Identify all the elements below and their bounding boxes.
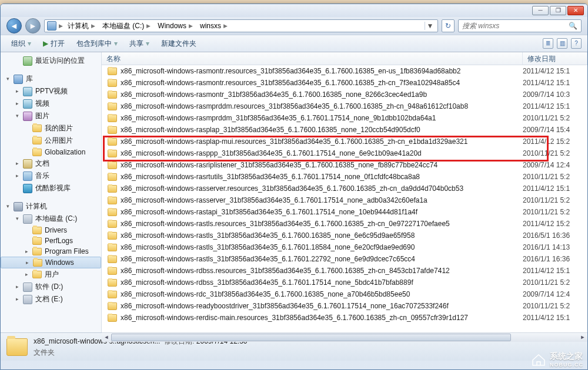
expand-icon[interactable]: ▾ bbox=[15, 113, 20, 119]
file-row[interactable]: x86_microsoft-windows-rasmontr.resources… bbox=[102, 77, 587, 89]
nav-item-programfiles[interactable]: ▸Program Files bbox=[1, 246, 101, 257]
file-row[interactable]: x86_microsoft-windows-rastls_31bf3856ad3… bbox=[102, 253, 587, 265]
expand-icon[interactable] bbox=[24, 228, 29, 233]
chevron-right-icon: ▶ bbox=[59, 23, 63, 29]
file-row[interactable]: x86_microsoft-windows-rastls.resources_3… bbox=[102, 218, 587, 230]
file-row[interactable]: x86_microsoft-windows-rastls_31bf3856ad3… bbox=[102, 241, 587, 253]
view-mode-button[interactable]: ≣ bbox=[543, 38, 553, 49]
nav-item-drivers[interactable]: Drivers bbox=[1, 225, 101, 236]
file-row[interactable]: x86_microsoft-windows-rasmprddm.resource… bbox=[102, 100, 587, 112]
nav-label: PerfLogs bbox=[45, 237, 99, 245]
file-row[interactable]: x86_microsoft-windows-rdbss_31bf3856ad36… bbox=[102, 277, 587, 288]
expand-icon[interactable] bbox=[15, 58, 20, 63]
help-button[interactable]: ? bbox=[571, 38, 582, 49]
nav-item-perflogs[interactable]: PerfLogs bbox=[1, 236, 101, 246]
expand-icon[interactable]: ▾ bbox=[5, 204, 11, 209]
forward-button[interactable]: ► bbox=[25, 18, 41, 33]
expand-icon[interactable]: ▾ bbox=[15, 216, 20, 221]
expand-icon[interactable]: ▸ bbox=[24, 272, 29, 277]
expand-icon[interactable]: ▸ bbox=[15, 161, 20, 166]
organize-button[interactable]: 组织▾ bbox=[6, 37, 36, 51]
nav-item-[interactable]: 优酷影视库 bbox=[1, 182, 101, 194]
file-row[interactable]: x86_microsoft-windows-rasserver.resource… bbox=[102, 183, 587, 194]
new-folder-button[interactable]: 新建文件夹 bbox=[156, 37, 201, 51]
nav-item-[interactable]: ▾库 bbox=[1, 73, 101, 85]
expand-icon[interactable] bbox=[24, 150, 29, 155]
search-input[interactable] bbox=[462, 22, 565, 30]
navigation-pane[interactable]: 最近访问的位置▾库▸PPTV视频▸视频▾图片我的图片公用图片Globalizat… bbox=[1, 52, 102, 332]
expand-icon[interactable]: ▸ bbox=[15, 284, 20, 290]
file-row[interactable]: x86_microsoft-windows-rasmontr_31bf3856a… bbox=[102, 89, 587, 100]
open-button[interactable]: ▶打开 bbox=[38, 37, 69, 51]
nav-item-[interactable]: ▸用户 bbox=[1, 268, 101, 281]
file-row[interactable]: x86_microsoft-windows-rerdisc-main.resou… bbox=[102, 312, 587, 324]
file-row[interactable]: x86_microsoft-windows-rasmprddm_31bf3856… bbox=[102, 112, 587, 124]
nav-item-e[interactable]: ▸文档 (E:) bbox=[1, 293, 101, 305]
expand-icon[interactable]: ▸ bbox=[15, 173, 20, 179]
file-row[interactable]: x86_microsoft-windows-rasplap_31bf3856ad… bbox=[102, 124, 587, 136]
scroll-left-button[interactable]: ◄ bbox=[102, 333, 111, 342]
nav-item-[interactable]: 最近访问的位置 bbox=[1, 55, 101, 67]
nav-item-[interactable]: ▾计算机 bbox=[1, 200, 101, 213]
scrollbar-thumb[interactable] bbox=[111, 334, 511, 341]
nav-item-[interactable]: ▾图片 bbox=[1, 110, 101, 122]
column-name[interactable]: 名称 bbox=[102, 52, 523, 65]
breadcrumb-segment[interactable]: winsxs▶ bbox=[198, 20, 230, 32]
file-row[interactable]: x86_microsoft-windows-rasriplistener_31b… bbox=[102, 159, 587, 171]
breadcrumb-segment[interactable]: 本地磁盘 (C:)▶ bbox=[100, 20, 153, 32]
file-row[interactable]: x86_microsoft-windows-rastapi_31bf3856ad… bbox=[102, 206, 587, 218]
nav-item-[interactable]: ▸音乐 bbox=[1, 170, 101, 182]
file-row[interactable]: x86_microsoft-windows-rasrtutils_31bf385… bbox=[102, 171, 587, 183]
expand-icon[interactable]: ▸ bbox=[15, 89, 20, 94]
nav-label: 用户 bbox=[45, 270, 99, 280]
expand-icon[interactable] bbox=[24, 126, 29, 131]
back-button[interactable]: ◄ bbox=[6, 18, 22, 33]
share-button[interactable]: 共享▾ bbox=[125, 37, 154, 51]
file-list[interactable]: x86_microsoft-windows-rasmontr.resources… bbox=[102, 65, 587, 332]
file-row[interactable]: x86_microsoft-windows-rdbss.resources_31… bbox=[102, 265, 587, 277]
nav-item-windows[interactable]: ▸Windows bbox=[1, 257, 101, 268]
expand-icon[interactable]: ▸ bbox=[15, 101, 20, 106]
minimize-button[interactable]: ─ bbox=[532, 6, 549, 15]
file-row[interactable]: x86_microsoft-windows-rdc_31bf3856ad364e… bbox=[102, 288, 587, 300]
scroll-right-button[interactable]: ► bbox=[578, 333, 587, 342]
close-button[interactable]: ✕ bbox=[567, 6, 584, 15]
search-box[interactable]: 🔍 bbox=[458, 19, 582, 32]
file-row[interactable]: x86_microsoft-windows-rastls_31bf3856ad3… bbox=[102, 230, 587, 241]
file-row[interactable]: x86_microsoft-windows-rasplap-mui.resour… bbox=[102, 136, 587, 147]
breadcrumb-segment[interactable]: 计算机▶ bbox=[65, 20, 98, 32]
file-row[interactable]: x86_microsoft-windows-rasmontr.resources… bbox=[102, 65, 587, 77]
preview-pane-button[interactable]: ▥ bbox=[557, 38, 567, 49]
nav-item-[interactable]: 我的图片 bbox=[1, 122, 101, 134]
expand-icon[interactable]: ▾ bbox=[5, 76, 11, 82]
nav-item-d[interactable]: ▸软件 (D:) bbox=[1, 281, 101, 293]
nav-item-pptv[interactable]: ▸PPTV视频 bbox=[1, 85, 101, 97]
file-date: 2016/1/1 14:13 bbox=[523, 243, 587, 251]
history-dropdown[interactable]: ▼ bbox=[425, 22, 435, 30]
nav-item-[interactable]: ▸视频 bbox=[1, 97, 101, 110]
include-library-button[interactable]: 包含到库中▾ bbox=[72, 37, 122, 51]
folder-icon bbox=[108, 68, 117, 75]
expand-icon[interactable]: ▸ bbox=[15, 297, 20, 302]
expand-icon[interactable]: ▸ bbox=[25, 260, 30, 265]
file-name: x86_microsoft-windows-rasmprddm_31bf3856… bbox=[121, 114, 436, 122]
breadcrumb[interactable]: ▶ 计算机▶ 本地磁盘 (C:)▶ Windows▶ winsxs▶ ▼ bbox=[44, 19, 438, 32]
horizontal-scrollbar[interactable]: ◄ ► bbox=[102, 332, 587, 342]
nav-item-[interactable]: ▸文档 bbox=[1, 157, 101, 170]
refresh-button[interactable]: ↻ bbox=[442, 19, 455, 32]
file-date: 2011/4/12 15:1 bbox=[523, 102, 587, 110]
column-date[interactable]: 修改日期 bbox=[523, 52, 587, 65]
file-row[interactable]: x86_microsoft-windows-rasppp_31bf3856ad3… bbox=[102, 147, 587, 159]
nav-item-globalization[interactable]: Globalization bbox=[1, 147, 101, 157]
expand-icon[interactable] bbox=[24, 238, 29, 244]
file-row[interactable]: x86_microsoft-windows-rasserver_31bf3856… bbox=[102, 194, 587, 206]
nav-label: 图片 bbox=[35, 111, 99, 121]
nav-item-[interactable]: 公用图片 bbox=[1, 134, 101, 147]
maximize-button[interactable]: ❐ bbox=[550, 6, 566, 15]
expand-icon[interactable] bbox=[15, 186, 20, 191]
expand-icon[interactable]: ▸ bbox=[24, 249, 29, 254]
breadcrumb-segment[interactable]: Windows▶ bbox=[155, 20, 195, 32]
file-row[interactable]: x86_microsoft-windows-readyboostdriver_3… bbox=[102, 300, 587, 312]
nav-item-c[interactable]: ▾本地磁盘 (C:) bbox=[1, 213, 101, 225]
expand-icon[interactable] bbox=[24, 138, 29, 143]
